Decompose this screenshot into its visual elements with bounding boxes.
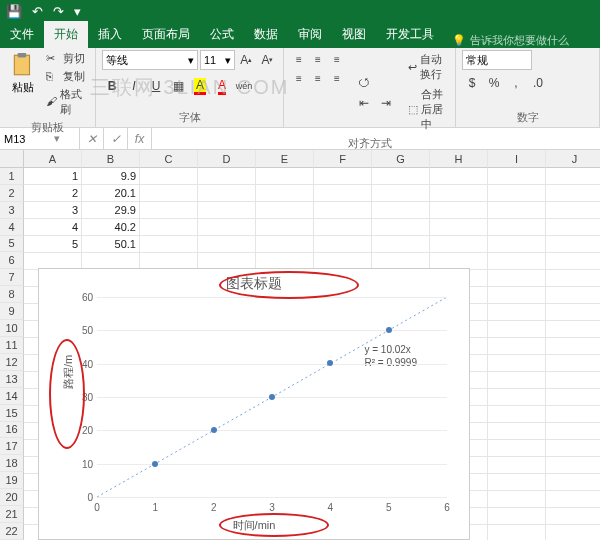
cell[interactable]	[372, 236, 430, 253]
wrap-text-button[interactable]: ↩自动换行	[406, 50, 449, 84]
row-header[interactable]: 5	[0, 236, 24, 253]
cell[interactable]	[488, 185, 546, 202]
cell[interactable]	[546, 508, 600, 525]
cell[interactable]	[488, 355, 546, 372]
cell[interactable]	[256, 168, 314, 185]
cell[interactable]	[546, 270, 600, 287]
cell[interactable]	[430, 219, 488, 236]
col-header[interactable]: D	[198, 150, 256, 168]
cell[interactable]	[140, 202, 198, 219]
cell[interactable]	[372, 185, 430, 202]
tab-view[interactable]: 视图	[332, 21, 376, 48]
redo-icon[interactable]: ↷	[53, 4, 64, 19]
cell[interactable]	[488, 202, 546, 219]
cell[interactable]	[430, 168, 488, 185]
row-header[interactable]: 19	[0, 472, 24, 489]
fill-color-button[interactable]: A	[190, 76, 210, 96]
qat-more-icon[interactable]: ▾	[74, 4, 81, 19]
row-header[interactable]: 10	[0, 320, 24, 337]
font-color-button[interactable]: A	[212, 76, 232, 96]
cell[interactable]	[314, 185, 372, 202]
align-center-button[interactable]: ≡	[309, 69, 327, 87]
cell[interactable]: 2	[24, 185, 82, 202]
cut-button[interactable]: ✂剪切	[44, 50, 89, 67]
col-header[interactable]: B	[82, 150, 140, 168]
row-header[interactable]: 6	[0, 252, 24, 269]
cell[interactable]	[488, 372, 546, 389]
cell[interactable]	[372, 168, 430, 185]
cell[interactable]	[488, 423, 546, 440]
cell[interactable]	[372, 219, 430, 236]
number-format-select[interactable]: 常规	[462, 50, 532, 70]
row-header[interactable]: 8	[0, 286, 24, 303]
percent-button[interactable]: %	[484, 73, 504, 93]
cell[interactable]	[488, 304, 546, 321]
cell[interactable]	[546, 236, 600, 253]
row-header[interactable]: 14	[0, 388, 24, 405]
orientation-button[interactable]: ⭯	[354, 72, 374, 92]
enter-formula-button[interactable]: ✓	[104, 128, 128, 149]
cell[interactable]	[314, 202, 372, 219]
paste-button[interactable]: 粘贴	[6, 50, 40, 118]
cell[interactable]	[430, 202, 488, 219]
cell[interactable]	[488, 389, 546, 406]
row-header[interactable]: 15	[0, 405, 24, 422]
cell[interactable]	[430, 236, 488, 253]
cell[interactable]: 5	[24, 236, 82, 253]
align-top-button[interactable]: ≡	[290, 50, 308, 68]
col-header[interactable]: F	[314, 150, 372, 168]
col-header[interactable]: I	[488, 150, 546, 168]
row-header[interactable]: 2	[0, 185, 24, 202]
cell[interactable]	[488, 525, 546, 540]
row-header[interactable]: 3	[0, 202, 24, 219]
currency-button[interactable]: $	[462, 73, 482, 93]
align-middle-button[interactable]: ≡	[309, 50, 327, 68]
cell[interactable]	[140, 236, 198, 253]
tab-formula[interactable]: 公式	[200, 21, 244, 48]
phonetic-button[interactable]: wén	[234, 76, 254, 96]
cell[interactable]	[546, 355, 600, 372]
cell[interactable]: 40.2	[82, 219, 140, 236]
cell[interactable]	[546, 406, 600, 423]
cell[interactable]	[488, 270, 546, 287]
cell[interactable]	[314, 168, 372, 185]
row-header[interactable]: 9	[0, 303, 24, 320]
row-header[interactable]: 20	[0, 489, 24, 506]
inc-decimal-button[interactable]: .0	[528, 73, 548, 93]
cell[interactable]	[488, 219, 546, 236]
cell[interactable]	[546, 219, 600, 236]
chart-title[interactable]: 图表标题	[39, 269, 469, 295]
tab-file[interactable]: 文件	[0, 21, 44, 48]
cell[interactable]	[140, 185, 198, 202]
col-header[interactable]: E	[256, 150, 314, 168]
indent-inc-button[interactable]: ⇥	[376, 93, 396, 113]
cell[interactable]	[198, 202, 256, 219]
data-point[interactable]	[327, 360, 333, 366]
cell[interactable]	[546, 457, 600, 474]
tab-insert[interactable]: 插入	[88, 21, 132, 48]
row-header[interactable]: 21	[0, 506, 24, 523]
tab-review[interactable]: 审阅	[288, 21, 332, 48]
row-header[interactable]: 11	[0, 337, 24, 354]
fx-button[interactable]: fx	[128, 128, 152, 149]
copy-button[interactable]: ⎘复制	[44, 68, 89, 85]
cell[interactable]	[546, 253, 600, 270]
cell[interactable]: 50.1	[82, 236, 140, 253]
cell[interactable]	[488, 287, 546, 304]
cell[interactable]	[546, 287, 600, 304]
embedded-chart[interactable]: 图表标题 路程/m 时间/min y = 10.02x R² = 0.9999 …	[38, 268, 470, 540]
format-painter-button[interactable]: 🖌格式刷	[44, 86, 89, 118]
select-all-corner[interactable]	[0, 150, 24, 168]
font-name-select[interactable]: 等线▾	[102, 50, 198, 70]
comma-button[interactable]: ,	[506, 73, 526, 93]
cells[interactable]: 19.9220.1329.9440.2550.1 图表标题 路程/m 时间/mi…	[24, 168, 600, 540]
cell[interactable]	[546, 338, 600, 355]
cell[interactable]: 29.9	[82, 202, 140, 219]
col-header[interactable]: J	[546, 150, 600, 168]
row-header[interactable]: 13	[0, 371, 24, 388]
cell[interactable]	[488, 457, 546, 474]
cell[interactable]	[546, 202, 600, 219]
cell[interactable]	[546, 372, 600, 389]
x-axis-label[interactable]: 时间/min	[39, 518, 469, 533]
cell[interactable]	[488, 406, 546, 423]
